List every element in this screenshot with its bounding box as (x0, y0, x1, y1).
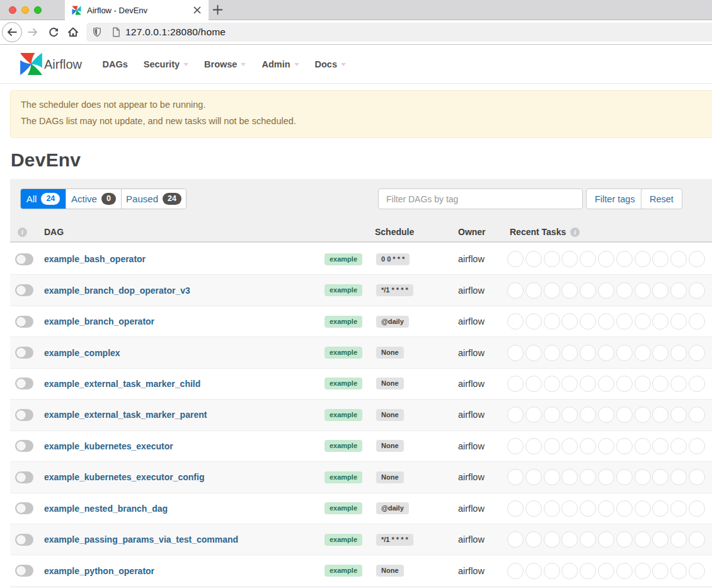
task-state-circle[interactable] (525, 563, 542, 579)
task-state-circle[interactable] (652, 282, 669, 299)
task-state-circle[interactable] (580, 563, 596, 579)
schedule-badge[interactable]: */1 * * * * (376, 534, 413, 546)
dag-tag-badge[interactable]: example (324, 378, 362, 389)
task-state-circle[interactable] (525, 345, 542, 361)
task-state-circle[interactable] (670, 282, 687, 299)
task-state-circle[interactable] (598, 251, 614, 267)
task-state-circle[interactable] (616, 376, 633, 392)
reset-button[interactable]: Reset (641, 188, 682, 209)
task-state-circle[interactable] (652, 406, 669, 423)
task-state-circle[interactable] (544, 563, 560, 579)
task-state-circle[interactable] (561, 251, 578, 267)
task-state-circle[interactable] (525, 376, 542, 392)
nav-item-dags[interactable]: DAGs (95, 45, 135, 83)
task-state-circle[interactable] (689, 469, 705, 485)
schedule-badge[interactable]: None (376, 347, 404, 359)
task-state-circle[interactable] (689, 500, 705, 517)
task-state-circle[interactable] (670, 251, 687, 267)
schedule-badge[interactable]: None (376, 565, 404, 577)
task-state-circle[interactable] (634, 282, 651, 299)
task-state-circle[interactable] (507, 500, 524, 517)
task-state-circle[interactable] (689, 438, 705, 454)
schedule-badge[interactable]: None (376, 471, 404, 483)
task-state-circle[interactable] (544, 313, 560, 330)
new-tab-button[interactable] (212, 4, 223, 15)
dag-name-link[interactable]: example_nested_branch_dag (44, 504, 168, 514)
task-state-circle[interactable] (652, 469, 669, 485)
window-minimize-button[interactable] (21, 6, 29, 14)
task-state-circle[interactable] (525, 282, 542, 299)
home-button[interactable] (67, 26, 79, 38)
task-state-circle[interactable] (634, 313, 651, 330)
task-state-circle[interactable] (561, 376, 578, 392)
task-state-circle[interactable] (616, 438, 633, 454)
task-state-circle[interactable] (525, 531, 542, 548)
tab-close-icon[interactable] (192, 5, 202, 15)
reload-button[interactable] (48, 26, 59, 38)
task-state-circle[interactable] (634, 500, 651, 517)
task-state-circle[interactable] (689, 313, 705, 330)
dag-name-link[interactable]: example_kubernetes_executor (44, 441, 173, 451)
task-state-circle[interactable] (634, 251, 651, 267)
schedule-badge[interactable]: @daily (376, 502, 409, 514)
task-state-circle[interactable] (561, 313, 578, 330)
task-state-circle[interactable] (561, 282, 578, 299)
dag-tag-badge[interactable]: example (324, 253, 362, 265)
task-state-circle[interactable] (544, 500, 560, 517)
task-state-circle[interactable] (689, 251, 705, 267)
task-state-circle[interactable] (544, 406, 560, 423)
task-state-circle[interactable] (580, 406, 596, 423)
task-state-circle[interactable] (689, 376, 705, 392)
dag-name-link[interactable]: example_passing_params_via_test_command (44, 534, 238, 545)
task-state-circle[interactable] (634, 438, 651, 454)
task-state-circle[interactable] (525, 251, 542, 267)
dag-tag-badge[interactable]: example (324, 440, 362, 452)
nav-item-docs[interactable]: Docs (307, 45, 353, 83)
task-state-circle[interactable] (580, 313, 596, 330)
schedule-badge[interactable]: 0 0 * * * (376, 253, 410, 265)
task-state-circle[interactable] (507, 531, 524, 548)
dag-name-link[interactable]: example_kubernetes_executor_config (44, 472, 204, 482)
task-state-circle[interactable] (670, 313, 687, 330)
dag-pause-toggle[interactable] (15, 471, 33, 483)
dag-name-link[interactable]: example_python_operator (44, 566, 154, 576)
task-state-circle[interactable] (670, 438, 687, 454)
task-state-circle[interactable] (507, 469, 524, 485)
airflow-logo[interactable] (20, 52, 43, 76)
task-state-circle[interactable] (634, 563, 651, 579)
nav-item-admin[interactable]: Admin (254, 45, 307, 83)
schedule-badge[interactable]: None (376, 409, 404, 421)
task-state-circle[interactable] (689, 406, 705, 423)
task-state-circle[interactable] (598, 531, 614, 548)
schedule-badge[interactable]: None (376, 378, 404, 389)
task-state-circle[interactable] (598, 282, 614, 299)
task-state-circle[interactable] (544, 345, 560, 361)
task-state-circle[interactable] (580, 500, 596, 517)
task-state-circle[interactable] (561, 563, 578, 579)
task-state-circle[interactable] (652, 531, 669, 548)
filter-dags-by-tag-input[interactable] (378, 188, 583, 209)
task-state-circle[interactable] (616, 469, 633, 485)
task-state-circle[interactable] (616, 406, 633, 423)
dag-tag-badge[interactable]: example (324, 316, 362, 328)
task-state-circle[interactable] (670, 376, 687, 392)
task-state-circle[interactable] (544, 469, 560, 485)
dag-name-link[interactable]: example_branch_operator (44, 316, 154, 326)
filter-tab-active[interactable]: Active 0 (66, 189, 121, 209)
pause-info-icon[interactable]: i (18, 228, 27, 237)
dag-name-link[interactable]: example_external_task_marker_parent (44, 410, 207, 420)
task-state-circle[interactable] (652, 500, 669, 517)
filter-tab-all[interactable]: All 24 (21, 189, 66, 209)
task-state-circle[interactable] (525, 313, 542, 330)
task-state-circle[interactable] (652, 438, 669, 454)
task-state-circle[interactable] (544, 438, 560, 454)
task-state-circle[interactable] (598, 406, 614, 423)
task-state-circle[interactable] (670, 500, 687, 517)
task-state-circle[interactable] (544, 251, 560, 267)
task-state-circle[interactable] (634, 406, 651, 423)
dag-pause-toggle[interactable] (15, 284, 33, 296)
task-state-circle[interactable] (598, 438, 614, 454)
task-state-circle[interactable] (507, 376, 524, 392)
task-state-circle[interactable] (507, 406, 524, 423)
page-info-icon[interactable] (112, 27, 120, 37)
